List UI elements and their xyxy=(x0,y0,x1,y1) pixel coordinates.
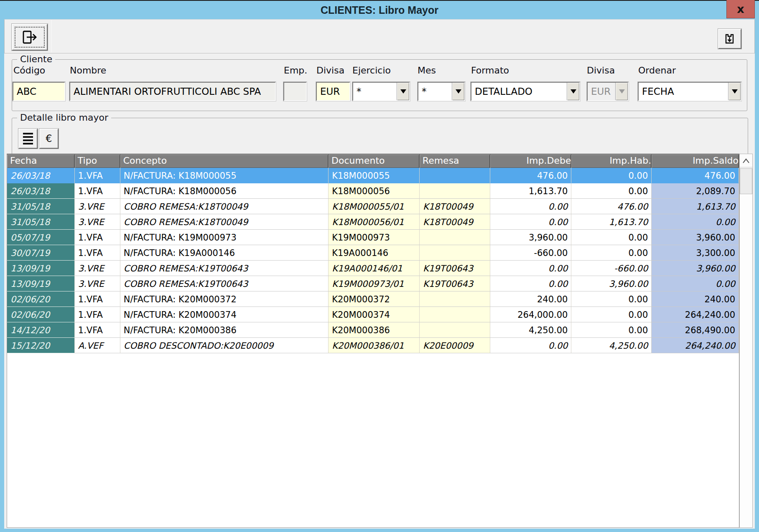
column-header-concepto[interactable]: Concepto xyxy=(120,155,329,168)
cell-fecha[interactable]: 05/07/19 xyxy=(7,230,75,245)
cell-remesa[interactable]: K18T00049 xyxy=(420,214,490,230)
scroll-up-button[interactable] xyxy=(740,154,752,167)
cell-concepto[interactable]: COBRO DESCONTADO:K20E00009 xyxy=(120,338,329,353)
cell-tipo[interactable]: 1.VFA xyxy=(75,307,120,322)
cell-debe[interactable]: 1,613.70 xyxy=(490,183,572,199)
cell-fecha[interactable]: 15/12/20 xyxy=(7,338,75,353)
cell-remesa[interactable] xyxy=(420,291,490,307)
cell-remesa[interactable]: K19T00643 xyxy=(420,261,490,276)
cell-documento[interactable]: K20M000386 xyxy=(329,322,420,338)
cell-tipo[interactable]: 3.VRE xyxy=(75,214,120,230)
currency-button[interactable]: € xyxy=(39,129,59,149)
cell-haber[interactable]: 0.00 xyxy=(571,307,652,322)
cell-debe[interactable]: -660.00 xyxy=(490,245,572,261)
scrollbar-thumb[interactable] xyxy=(740,168,752,194)
column-header-haber[interactable]: Imp.Hab. xyxy=(571,155,652,168)
cell-fecha[interactable]: 30/07/19 xyxy=(7,245,75,261)
close-button[interactable]: x xyxy=(726,0,755,18)
mes-dropdown[interactable]: * xyxy=(418,82,465,101)
cell-remesa[interactable] xyxy=(420,168,490,183)
cell-debe[interactable]: 4,250.00 xyxy=(490,322,572,338)
cell-haber[interactable]: 1,613.70 xyxy=(571,214,652,230)
cell-tipo[interactable]: 3.VRE xyxy=(75,199,120,214)
cell-concepto[interactable]: COBRO REMESA:K18T00049 xyxy=(120,199,329,214)
cell-tipo[interactable]: A.VEF xyxy=(75,338,120,353)
cell-fecha[interactable]: 26/03/18 xyxy=(7,168,75,183)
cell-debe[interactable]: 0.00 xyxy=(490,199,572,214)
table-row[interactable]: 13/09/193.VRECOBRO REMESA:K19T00643K19M0… xyxy=(7,276,739,291)
cell-haber[interactable]: 0.00 xyxy=(571,230,652,245)
cell-concepto[interactable]: N/FACTURA: K20M000372 xyxy=(120,291,329,307)
cell-remesa[interactable] xyxy=(420,245,490,261)
cell-debe[interactable]: 0.00 xyxy=(490,276,572,291)
column-header-remesa[interactable]: Remesa xyxy=(420,155,490,168)
cell-saldo[interactable]: 264,240.00 xyxy=(652,307,739,322)
cell-debe[interactable]: 0.00 xyxy=(490,214,572,230)
cell-concepto[interactable]: N/FACTURA: K19A000146 xyxy=(120,245,329,261)
column-header-tipo[interactable]: Tipo xyxy=(75,155,120,168)
cell-fecha[interactable]: 02/06/20 xyxy=(7,291,75,307)
cell-tipo[interactable]: 1.VFA xyxy=(75,230,120,245)
divisa-field[interactable]: EUR xyxy=(316,82,350,101)
cell-debe[interactable]: 264,000.00 xyxy=(490,307,572,322)
cell-haber[interactable]: 0.00 xyxy=(571,291,652,307)
table-row[interactable]: 26/03/181.VFAN/FACTURA: K18M000055K18M00… xyxy=(7,168,739,183)
cell-tipo[interactable]: 1.VFA xyxy=(75,291,120,307)
chevron-down-icon[interactable] xyxy=(728,83,741,100)
nombre-field[interactable]: ALIMENTARI ORTOFRUTTICOLI ABC SPA xyxy=(69,82,276,101)
table-row[interactable]: 30/07/191.VFAN/FACTURA: K19A000146K19A00… xyxy=(7,245,739,261)
cell-concepto[interactable]: COBRO REMESA:K19T00643 xyxy=(120,261,329,276)
table-row[interactable]: 13/09/193.VRECOBRO REMESA:K19T00643K19A0… xyxy=(7,261,739,276)
table-row[interactable]: 02/06/201.VFAN/FACTURA: K20M000374K20M00… xyxy=(7,307,739,322)
cell-saldo[interactable]: 3,960.00 xyxy=(652,261,739,276)
cell-concepto[interactable]: N/FACTURA: K19M000973 xyxy=(120,230,329,245)
cell-documento[interactable]: K18M000056 xyxy=(329,183,420,199)
codigo-field[interactable]: ABC xyxy=(13,82,65,101)
cell-documento[interactable]: K20M000372 xyxy=(329,291,420,307)
cell-documento[interactable]: K20M000374 xyxy=(329,307,420,322)
cell-documento[interactable]: K18M000055 xyxy=(329,168,420,183)
cell-documento[interactable]: K18M000056/01 xyxy=(329,214,420,230)
cell-concepto[interactable]: N/FACTURA: K18M000056 xyxy=(120,183,329,199)
cell-saldo[interactable]: 3,300.00 xyxy=(652,245,739,261)
cell-haber[interactable]: 0.00 xyxy=(571,168,652,183)
cell-haber[interactable]: 3,960.00 xyxy=(571,276,652,291)
title-bar[interactable]: CLIENTES: Libro Mayor xyxy=(0,1,759,19)
cell-saldo[interactable]: 1,613.70 xyxy=(652,199,739,214)
cell-haber[interactable]: 0.00 xyxy=(571,183,652,199)
chevron-down-icon[interactable] xyxy=(567,83,579,100)
cell-documento[interactable]: K19M000973/01 xyxy=(329,276,420,291)
chevron-down-icon[interactable] xyxy=(452,83,464,100)
cell-saldo[interactable]: 264,240.00 xyxy=(652,338,739,353)
cell-fecha[interactable]: 31/05/18 xyxy=(7,214,75,230)
table-row[interactable]: 05/07/191.VFAN/FACTURA: K19M000973K19M00… xyxy=(7,230,739,245)
cell-saldo[interactable]: 0.00 xyxy=(652,214,739,230)
column-header-documento[interactable]: Documento xyxy=(329,155,420,168)
cell-tipo[interactable]: 1.VFA xyxy=(75,322,120,338)
formato-dropdown[interactable]: DETALLADO xyxy=(471,82,580,101)
cell-debe[interactable]: 3,960.00 xyxy=(490,230,572,245)
cell-fecha[interactable]: 13/09/19 xyxy=(7,276,75,291)
cell-remesa[interactable]: K18T00049 xyxy=(420,199,490,214)
export-button[interactable] xyxy=(718,29,741,49)
cell-concepto[interactable]: N/FACTURA: K20M000386 xyxy=(120,322,329,338)
cell-saldo[interactable]: 476.00 xyxy=(652,168,739,183)
cell-debe[interactable]: 0.00 xyxy=(490,338,572,353)
table-row[interactable]: 31/05/183.VRECOBRO REMESA:K18T00049K18M0… xyxy=(7,199,739,214)
ejercicio-dropdown[interactable]: * xyxy=(352,82,410,101)
chevron-down-icon[interactable] xyxy=(397,83,409,100)
cell-remesa[interactable]: K20E00009 xyxy=(420,338,490,353)
cell-debe[interactable]: 0.00 xyxy=(490,261,572,276)
cell-saldo[interactable]: 240.00 xyxy=(652,291,739,307)
cell-tipo[interactable]: 1.VFA xyxy=(75,168,120,183)
cell-documento[interactable]: K19A000146/01 xyxy=(329,261,420,276)
cell-saldo[interactable]: 268,490.00 xyxy=(652,322,739,338)
cell-debe[interactable]: 476.00 xyxy=(490,168,572,183)
cell-tipo[interactable]: 3.VRE xyxy=(75,276,120,291)
cell-saldo[interactable]: 2,089.70 xyxy=(652,183,739,199)
column-header-debe[interactable]: Imp.Debe xyxy=(490,155,572,168)
cell-fecha[interactable]: 02/06/20 xyxy=(7,307,75,322)
table-row[interactable]: 02/06/201.VFAN/FACTURA: K20M000372K20M00… xyxy=(7,291,739,307)
column-header-saldo[interactable]: Imp.Saldo xyxy=(652,155,739,168)
cell-concepto[interactable]: N/FACTURA: K18M000055 xyxy=(120,168,329,183)
